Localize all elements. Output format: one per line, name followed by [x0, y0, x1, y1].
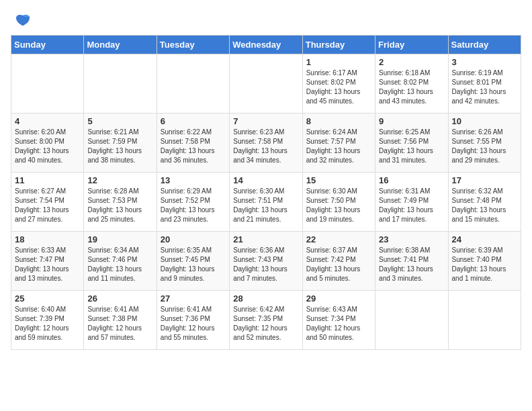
- day-info: Sunrise: 6:37 AM Sunset: 7:42 PM Dayligh…: [306, 246, 371, 283]
- calendar-cell: 10Sunrise: 6:26 AM Sunset: 7:55 PM Dayli…: [448, 113, 521, 173]
- day-info: Sunrise: 6:30 AM Sunset: 7:50 PM Dayligh…: [306, 187, 371, 224]
- day-info: Sunrise: 6:23 AM Sunset: 7:58 PM Dayligh…: [233, 128, 298, 165]
- calendar-table: SundayMondayTuesdayWednesdayThursdayFrid…: [11, 35, 521, 350]
- day-number: 28: [233, 293, 298, 304]
- day-number: 6: [161, 116, 226, 126]
- day-info: Sunrise: 6:32 AM Sunset: 7:48 PM Dayligh…: [452, 187, 517, 224]
- day-number: 19: [87, 234, 152, 244]
- calendar-cell: 9Sunrise: 6:25 AM Sunset: 7:56 PM Daylig…: [375, 113, 448, 173]
- day-number: 26: [87, 293, 152, 304]
- calendar-cell: 20Sunrise: 6:35 AM Sunset: 7:45 PM Dayli…: [157, 232, 229, 291]
- day-info: Sunrise: 6:25 AM Sunset: 7:56 PM Dayligh…: [379, 128, 444, 165]
- day-number: 29: [306, 293, 371, 304]
- day-number: 8: [306, 116, 371, 126]
- calendar-cell: 14Sunrise: 6:30 AM Sunset: 7:51 PM Dayli…: [230, 173, 302, 232]
- day-number: 10: [452, 116, 517, 126]
- day-number: 20: [161, 234, 226, 244]
- calendar-cell: [84, 54, 157, 113]
- day-info: Sunrise: 6:27 AM Sunset: 7:54 PM Dayligh…: [15, 187, 80, 224]
- day-number: 21: [233, 234, 298, 244]
- day-info: Sunrise: 6:33 AM Sunset: 7:47 PM Dayligh…: [15, 246, 80, 283]
- calendar-cell: 16Sunrise: 6:31 AM Sunset: 7:49 PM Dayli…: [375, 173, 448, 232]
- day-number: 18: [15, 234, 80, 244]
- day-info: Sunrise: 6:18 AM Sunset: 8:02 PM Dayligh…: [379, 68, 444, 106]
- day-info: Sunrise: 6:24 AM Sunset: 7:57 PM Dayligh…: [306, 128, 371, 165]
- calendar-cell: 15Sunrise: 6:30 AM Sunset: 7:50 PM Dayli…: [302, 173, 375, 232]
- calendar-cell: 22Sunrise: 6:37 AM Sunset: 7:42 PM Dayli…: [302, 232, 375, 291]
- day-info: Sunrise: 6:34 AM Sunset: 7:46 PM Dayligh…: [87, 246, 152, 283]
- calendar-cell: 2Sunrise: 6:18 AM Sunset: 8:02 PM Daylig…: [375, 54, 448, 113]
- day-info: Sunrise: 6:39 AM Sunset: 7:40 PM Dayligh…: [452, 246, 517, 283]
- calendar-cell: 18Sunrise: 6:33 AM Sunset: 7:47 PM Dayli…: [11, 232, 84, 291]
- calendar-week-row: 25Sunrise: 6:40 AM Sunset: 7:39 PM Dayli…: [11, 291, 521, 350]
- calendar-cell: 8Sunrise: 6:24 AM Sunset: 7:57 PM Daylig…: [302, 113, 375, 173]
- day-info: Sunrise: 6:19 AM Sunset: 8:01 PM Dayligh…: [452, 68, 517, 106]
- calendar-cell: 6Sunrise: 6:22 AM Sunset: 7:58 PM Daylig…: [157, 113, 229, 173]
- day-info: Sunrise: 6:35 AM Sunset: 7:45 PM Dayligh…: [161, 246, 226, 283]
- calendar-cell: 26Sunrise: 6:41 AM Sunset: 7:38 PM Dayli…: [84, 291, 157, 350]
- day-number: 1: [306, 57, 371, 67]
- calendar-cell: 7Sunrise: 6:23 AM Sunset: 7:58 PM Daylig…: [230, 113, 302, 173]
- day-info: Sunrise: 6:41 AM Sunset: 7:38 PM Dayligh…: [87, 305, 152, 342]
- day-info: Sunrise: 6:36 AM Sunset: 7:43 PM Dayligh…: [233, 246, 298, 283]
- calendar-cell: [375, 291, 448, 350]
- day-number: 12: [87, 175, 152, 185]
- calendar-cell: 4Sunrise: 6:20 AM Sunset: 8:00 PM Daylig…: [11, 113, 84, 173]
- col-header-sunday: Sunday: [11, 36, 84, 54]
- calendar-cell: [11, 54, 84, 113]
- day-info: Sunrise: 6:31 AM Sunset: 7:49 PM Dayligh…: [379, 187, 444, 224]
- calendar-cell: 12Sunrise: 6:28 AM Sunset: 7:53 PM Dayli…: [84, 173, 157, 232]
- calendar-cell: [448, 291, 521, 350]
- day-info: Sunrise: 6:41 AM Sunset: 7:36 PM Dayligh…: [161, 305, 226, 342]
- calendar-cell: 19Sunrise: 6:34 AM Sunset: 7:46 PM Dayli…: [84, 232, 157, 291]
- day-number: 24: [452, 234, 517, 244]
- day-number: 7: [233, 116, 298, 126]
- col-header-friday: Friday: [375, 36, 448, 54]
- day-number: 13: [161, 175, 226, 185]
- day-info: Sunrise: 6:38 AM Sunset: 7:41 PM Dayligh…: [379, 246, 444, 283]
- calendar-week-row: 1Sunrise: 6:17 AM Sunset: 8:02 PM Daylig…: [11, 54, 521, 113]
- day-number: 22: [306, 234, 371, 244]
- day-number: 14: [233, 175, 298, 185]
- calendar-cell: 28Sunrise: 6:42 AM Sunset: 7:35 PM Dayli…: [230, 291, 302, 350]
- calendar-cell: [157, 54, 229, 113]
- calendar-cell: 5Sunrise: 6:21 AM Sunset: 7:59 PM Daylig…: [84, 113, 157, 173]
- col-header-monday: Monday: [84, 36, 157, 54]
- day-number: 5: [87, 116, 152, 126]
- calendar-cell: 27Sunrise: 6:41 AM Sunset: 7:36 PM Dayli…: [157, 291, 229, 350]
- calendar-cell: 25Sunrise: 6:40 AM Sunset: 7:39 PM Dayli…: [11, 291, 84, 350]
- day-number: 4: [15, 116, 80, 126]
- day-number: 2: [379, 57, 444, 67]
- logo: [11, 11, 32, 30]
- day-number: 27: [161, 293, 226, 304]
- calendar-cell: 24Sunrise: 6:39 AM Sunset: 7:40 PM Dayli…: [448, 232, 521, 291]
- calendar-cell: 29Sunrise: 6:43 AM Sunset: 7:34 PM Dayli…: [302, 291, 375, 350]
- day-info: Sunrise: 6:26 AM Sunset: 7:55 PM Dayligh…: [452, 128, 517, 165]
- calendar-cell: 23Sunrise: 6:38 AM Sunset: 7:41 PM Dayli…: [375, 232, 448, 291]
- calendar-week-row: 11Sunrise: 6:27 AM Sunset: 7:54 PM Dayli…: [11, 173, 521, 232]
- day-number: 25: [15, 293, 80, 304]
- day-info: Sunrise: 6:30 AM Sunset: 7:51 PM Dayligh…: [233, 187, 298, 224]
- calendar-cell: 17Sunrise: 6:32 AM Sunset: 7:48 PM Dayli…: [448, 173, 521, 232]
- day-number: 9: [379, 116, 444, 126]
- day-number: 17: [452, 175, 517, 185]
- calendar-cell: 1Sunrise: 6:17 AM Sunset: 8:02 PM Daylig…: [302, 54, 375, 113]
- day-number: 15: [306, 175, 371, 185]
- day-number: 3: [452, 57, 517, 67]
- logo-bird-icon: [13, 11, 32, 30]
- calendar-cell: [230, 54, 302, 113]
- calendar-header-row: SundayMondayTuesdayWednesdayThursdayFrid…: [11, 36, 521, 54]
- day-info: Sunrise: 6:29 AM Sunset: 7:52 PM Dayligh…: [161, 187, 226, 224]
- day-info: Sunrise: 6:21 AM Sunset: 7:59 PM Dayligh…: [87, 128, 152, 165]
- calendar-cell: 3Sunrise: 6:19 AM Sunset: 8:01 PM Daylig…: [448, 54, 521, 113]
- day-info: Sunrise: 6:42 AM Sunset: 7:35 PM Dayligh…: [233, 305, 298, 342]
- day-info: Sunrise: 6:40 AM Sunset: 7:39 PM Dayligh…: [15, 305, 80, 342]
- col-header-thursday: Thursday: [302, 36, 375, 54]
- day-info: Sunrise: 6:20 AM Sunset: 8:00 PM Dayligh…: [15, 128, 80, 165]
- calendar-cell: 21Sunrise: 6:36 AM Sunset: 7:43 PM Dayli…: [230, 232, 302, 291]
- calendar-cell: 13Sunrise: 6:29 AM Sunset: 7:52 PM Dayli…: [157, 173, 229, 232]
- day-info: Sunrise: 6:22 AM Sunset: 7:58 PM Dayligh…: [161, 128, 226, 165]
- calendar-week-row: 4Sunrise: 6:20 AM Sunset: 8:00 PM Daylig…: [11, 113, 521, 173]
- day-number: 11: [15, 175, 80, 185]
- day-number: 16: [379, 175, 444, 185]
